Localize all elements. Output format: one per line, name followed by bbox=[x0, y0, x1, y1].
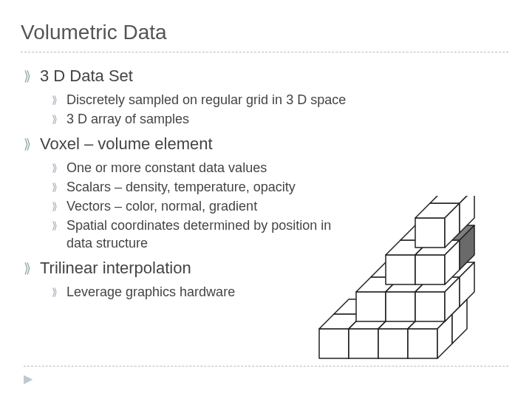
footer-divider bbox=[24, 366, 508, 366]
sub-list: ⟫ Discretely sampled on regular grid in … bbox=[24, 91, 508, 128]
sub-bullet-text: Spatial coordinates determined by positi… bbox=[66, 216, 347, 252]
chevron-icon: ⟫ bbox=[52, 91, 66, 109]
chevron-icon: ⟫ bbox=[52, 159, 66, 177]
svg-marker-20 bbox=[386, 292, 415, 321]
svg-marker-3 bbox=[349, 329, 378, 358]
sub-bullet-text: One or more constant data values bbox=[66, 159, 267, 177]
bullet-text: Voxel – volume element bbox=[40, 134, 213, 154]
chevron-icon: ⟫ bbox=[52, 216, 66, 234]
voxel-figure bbox=[312, 196, 504, 373]
svg-marker-40 bbox=[415, 218, 445, 248]
sub-bullet-text: Vectors – color, normal, gradient bbox=[66, 197, 257, 215]
list-item: ⟫ 3 D Data Set ⟫ Discretely sampled on r… bbox=[24, 66, 508, 128]
sub-bullet-text: Leverage graphics hardware bbox=[66, 283, 235, 301]
sub-bullet-text: Discretely sampled on regular grid in 3 … bbox=[66, 91, 346, 109]
list-item: ⟫ Scalars – density, temperature, opacit… bbox=[52, 178, 508, 196]
play-icon: ▶ bbox=[24, 372, 33, 386]
svg-marker-6 bbox=[378, 329, 408, 358]
chevron-icon: ⟫ bbox=[52, 178, 66, 196]
content-area: ⟫ 3 D Data Set ⟫ Discretely sampled on r… bbox=[21, 66, 508, 301]
list-item: ⟫ 3 D array of samples bbox=[52, 110, 508, 128]
list-item: ⟫ One or more constant data values bbox=[52, 159, 508, 177]
svg-marker-23 bbox=[415, 292, 445, 321]
svg-marker-0 bbox=[319, 329, 349, 358]
voxel-cubes-icon bbox=[312, 196, 504, 373]
sub-bullet-text: 3 D array of samples bbox=[66, 110, 189, 128]
bullet-text: Trilinear interpolation bbox=[40, 258, 191, 279]
slide: Volumetric Data ⟫ 3 D Data Set ⟫ Discret… bbox=[0, 0, 532, 399]
bullet-row: ⟫ Voxel – volume element bbox=[24, 134, 508, 154]
chevron-icon: ⟫ bbox=[52, 110, 66, 128]
svg-marker-9 bbox=[408, 329, 437, 358]
chevron-icon: ⟫ bbox=[52, 283, 66, 301]
svg-marker-30 bbox=[386, 255, 415, 284]
slide-title: Volumetric Data bbox=[21, 21, 508, 52]
chevron-icon: ⟫ bbox=[24, 66, 40, 86]
bullet-text: 3 D Data Set bbox=[40, 66, 133, 86]
bullet-row: ⟫ 3 D Data Set bbox=[24, 66, 508, 86]
sub-bullet-text: Scalars – density, temperature, opacity bbox=[66, 178, 296, 196]
svg-marker-17 bbox=[356, 292, 386, 321]
chevron-icon: ⟫ bbox=[52, 197, 66, 215]
chevron-icon: ⟫ bbox=[24, 134, 40, 154]
chevron-icon: ⟫ bbox=[24, 258, 40, 279]
list-item: ⟫ Discretely sampled on regular grid in … bbox=[52, 91, 508, 109]
